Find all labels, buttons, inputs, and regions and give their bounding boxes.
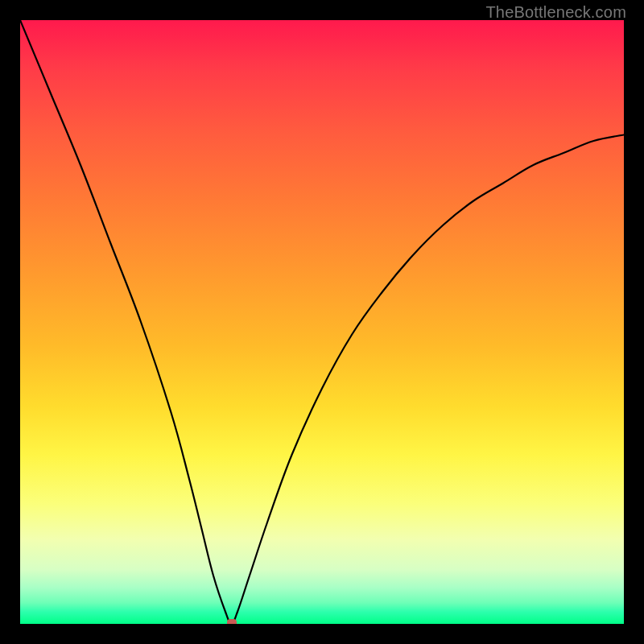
watermark-text: TheBottleneck.com bbox=[485, 3, 626, 22]
curve-minimum-marker bbox=[227, 619, 237, 624]
chart-plot-area bbox=[20, 20, 624, 624]
chart-curve-layer bbox=[20, 20, 624, 624]
bottleneck-curve bbox=[20, 20, 624, 624]
